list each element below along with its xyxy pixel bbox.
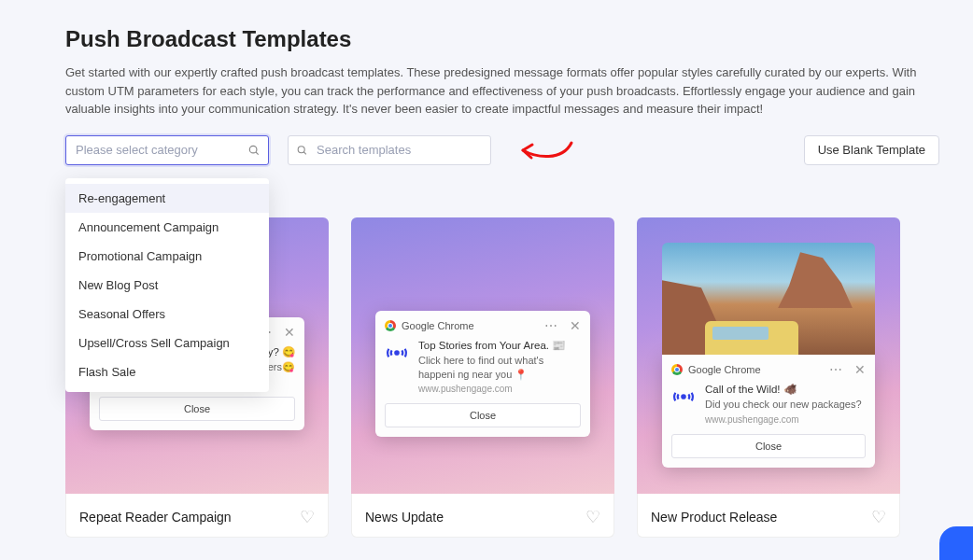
card-title: News Update xyxy=(365,510,444,525)
notif-url: www.pushengage.com xyxy=(705,414,866,425)
notif-title: Call of the Wild! 🐗 xyxy=(705,383,866,396)
template-card[interactable]: Google Chrome ⋯ ✕ Top Stories from Your … xyxy=(351,217,614,538)
card-title: Repeat Reader Campaign xyxy=(79,510,232,525)
chrome-icon xyxy=(385,320,396,331)
notif-close-button[interactable]: Close xyxy=(671,434,866,458)
svg-point-4 xyxy=(395,351,398,354)
category-select[interactable]: Re-engagement Announcement Campaign Prom… xyxy=(65,135,269,165)
svg-line-3 xyxy=(303,151,306,154)
notif-message: Did you check our new packages? xyxy=(705,398,866,411)
notification-mock: Google Chrome ⋯ ✕ Call of the Wild! 🐗 Di… xyxy=(662,355,875,467)
heart-icon[interactable]: ♡ xyxy=(585,507,600,527)
notif-title: Top Stories from Your Area. 📰 xyxy=(418,339,581,352)
close-icon[interactable]: ✕ xyxy=(854,362,866,377)
svg-point-2 xyxy=(298,146,304,152)
search-field-wrap xyxy=(288,135,491,165)
help-fab-button[interactable] xyxy=(939,526,973,560)
annotation-arrow-icon xyxy=(517,135,575,165)
search-icon xyxy=(296,144,308,156)
close-icon[interactable]: ✕ xyxy=(284,325,295,340)
notif-url: www.pushengage.com xyxy=(418,384,581,394)
notif-close-button[interactable]: Close xyxy=(385,403,581,427)
page-description: Get started with our expertly crafted pu… xyxy=(65,63,924,119)
dropdown-item-re-engagement[interactable]: Re-engagement xyxy=(65,184,269,213)
svg-point-5 xyxy=(682,396,684,399)
notification-mock: Google Chrome ⋯ ✕ Top Stories from Your … xyxy=(375,311,590,437)
search-icon xyxy=(247,144,261,157)
dropdown-item-announcement[interactable]: Announcement Campaign xyxy=(65,213,269,242)
card-title: New Product Release xyxy=(651,510,777,525)
heart-icon[interactable]: ♡ xyxy=(871,507,886,527)
broadcast-icon xyxy=(671,385,696,409)
broadcast-icon xyxy=(385,341,409,365)
dropdown-item-flash-sale[interactable]: Flash Sale xyxy=(65,357,269,386)
more-icon: ⋯ xyxy=(829,362,843,377)
dropdown-item-upsell[interactable]: Upsell/Cross Sell Campaign xyxy=(65,329,269,357)
notif-app-name: Google Chrome xyxy=(688,364,761,375)
search-input[interactable] xyxy=(288,135,491,165)
dropdown-item-seasonal[interactable]: Seasonal Offers xyxy=(65,300,269,329)
dropdown-item-promotional[interactable]: Promotional Campaign xyxy=(65,242,269,271)
more-icon: ⋯ xyxy=(544,318,558,333)
use-blank-template-button[interactable]: Use Blank Template xyxy=(804,135,939,165)
category-dropdown: Re-engagement Announcement Campaign Prom… xyxy=(65,178,269,392)
notif-message: Click here to find out what's happeni ng… xyxy=(418,354,581,381)
svg-line-1 xyxy=(256,151,259,154)
dropdown-item-new-blog[interactable]: New Blog Post xyxy=(65,271,269,300)
notif-close-button[interactable]: Close xyxy=(99,397,295,421)
page-title: Push Broadcast Templates xyxy=(65,26,939,52)
category-input[interactable] xyxy=(65,135,269,165)
svg-point-0 xyxy=(249,146,257,153)
controls-row: Re-engagement Announcement Campaign Prom… xyxy=(65,135,939,165)
chrome-icon xyxy=(671,364,683,375)
card-preview: Google Chrome ⋯ ✕ Call of the Wild! 🐗 Di… xyxy=(637,217,900,494)
heart-icon[interactable]: ♡ xyxy=(300,507,315,527)
notif-app-name: Google Chrome xyxy=(402,320,474,331)
notif-hero-image xyxy=(662,243,875,355)
close-icon[interactable]: ✕ xyxy=(570,318,581,333)
card-preview: Google Chrome ⋯ ✕ Top Stories from Your … xyxy=(351,217,614,494)
template-card[interactable]: Google Chrome ⋯ ✕ Call of the Wild! 🐗 Di… xyxy=(637,217,900,538)
